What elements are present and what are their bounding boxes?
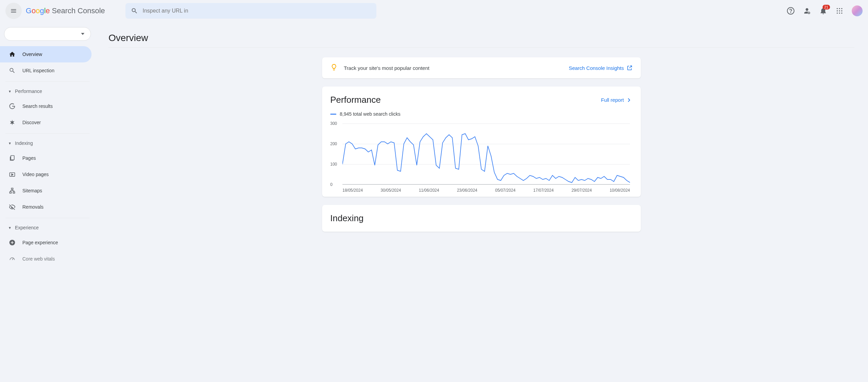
nav-url-inspection[interactable]: URL inspection (0, 62, 92, 79)
performance-chart: 300 200 100 0 18/05/2024 30/05/2024 11/0… (342, 123, 630, 191)
svg-point-7 (839, 10, 840, 11)
svg-rect-15 (10, 192, 12, 193)
nav-core-web-vitals[interactable]: Core web vitals (0, 251, 92, 267)
insights-card: Track your site's most popular content S… (322, 57, 641, 78)
performance-title: Performance (330, 95, 381, 105)
section-experience[interactable]: ▼ Experience (0, 221, 95, 234)
nav-page-experience[interactable]: Page experience (0, 234, 92, 251)
property-selector[interactable] (4, 27, 91, 41)
legend-swatch (330, 114, 336, 115)
svg-point-5 (841, 8, 842, 9)
pages-icon (8, 155, 16, 161)
url-search-bar[interactable] (125, 3, 376, 19)
nav-overview[interactable]: Overview (0, 46, 92, 62)
svg-point-3 (837, 8, 838, 9)
nav-removals[interactable]: Removals (0, 199, 92, 215)
svg-rect-12 (11, 156, 14, 160)
svg-point-1 (791, 13, 791, 13)
sitemap-icon (8, 187, 16, 194)
nav-label: Sitemaps (22, 188, 42, 193)
nav-label: Video pages (22, 172, 49, 177)
nav-label: Discover (22, 120, 41, 125)
open-external-icon (627, 65, 633, 71)
svg-point-11 (841, 13, 842, 14)
user-settings-button[interactable] (800, 4, 814, 18)
y-tick: 200 (330, 141, 337, 146)
hamburger-icon (10, 7, 17, 14)
menu-button[interactable] (5, 3, 22, 19)
eye-off-icon (8, 204, 16, 210)
chart-polyline (342, 123, 630, 185)
y-tick: 100 (330, 162, 337, 167)
person-gear-icon (803, 7, 811, 15)
caret-down-icon: ▼ (8, 90, 13, 93)
nav-discover[interactable]: Discover (0, 114, 92, 131)
svg-rect-14 (12, 188, 13, 190)
nav-label: Removals (22, 204, 43, 210)
nav-label: Page experience (22, 240, 58, 245)
caret-down-icon: ▼ (8, 141, 13, 145)
apps-button[interactable] (833, 4, 846, 18)
x-tick: 05/07/2024 (495, 188, 515, 193)
indexing-card: Indexing (322, 205, 641, 232)
chevron-right-icon (625, 96, 633, 104)
section-indexing[interactable]: ▼ Indexing (0, 136, 95, 150)
x-tick: 30/05/2024 (381, 188, 401, 193)
help-button[interactable] (784, 4, 797, 18)
caret-down-icon: ▼ (8, 226, 13, 230)
performance-card: Performance Full report 8,945 total web … (322, 87, 641, 197)
help-icon (787, 7, 795, 15)
svg-point-2 (808, 12, 810, 14)
nav-pages[interactable]: Pages (0, 150, 92, 166)
chart-legend: 8,945 total web search clicks (330, 111, 633, 117)
svg-rect-16 (13, 192, 15, 193)
nav-label: Core web vitals (22, 256, 55, 262)
svg-point-10 (839, 13, 840, 14)
google-g-icon (8, 103, 16, 110)
nav-label: Pages (22, 155, 36, 161)
section-label: Experience (15, 225, 39, 230)
circle-plus-icon (8, 239, 16, 246)
svg-point-9 (837, 13, 838, 14)
insights-text: Track your site's most popular content (344, 65, 569, 71)
x-axis: 18/05/2024 30/05/2024 11/06/2024 23/06/2… (342, 186, 630, 193)
insights-link[interactable]: Search Console Insights (569, 65, 633, 71)
account-avatar[interactable] (852, 5, 863, 16)
svg-point-4 (839, 8, 840, 9)
notifications-button[interactable]: 21 (816, 4, 830, 18)
nav-label: URL inspection (22, 68, 54, 73)
search-icon (131, 7, 138, 15)
video-icon (8, 171, 16, 178)
nav-label: Overview (22, 52, 42, 57)
main-content: Overview Track your site's most popular … (95, 22, 868, 270)
sidebar: Overview URL inspection ▼ Performance Se… (0, 22, 95, 270)
section-performance[interactable]: ▼ Performance (0, 84, 95, 98)
y-tick: 300 (330, 121, 337, 126)
home-icon (8, 51, 16, 58)
lightbulb-icon (330, 63, 338, 72)
nav-label: Search results (22, 103, 53, 109)
x-tick: 17/07/2024 (533, 188, 554, 193)
svg-point-8 (841, 10, 842, 11)
full-report-link[interactable]: Full report (601, 96, 633, 104)
nav-video-pages[interactable]: Video pages (0, 166, 92, 183)
url-search-input[interactable] (142, 8, 371, 14)
x-tick: 11/06/2024 (419, 188, 439, 193)
nav-sitemaps[interactable]: Sitemaps (0, 183, 92, 199)
apps-grid-icon (836, 7, 843, 14)
app-logo: Google Search Console (26, 6, 105, 15)
magnifier-icon (8, 67, 16, 74)
dropdown-caret-icon (81, 32, 84, 36)
svg-point-6 (837, 10, 838, 11)
asterisk-icon (8, 119, 16, 126)
y-tick: 0 (330, 182, 333, 187)
legend-label: 8,945 total web search clicks (340, 111, 400, 117)
speedometer-icon (8, 255, 16, 262)
x-tick: 10/08/2024 (610, 188, 630, 193)
indexing-title: Indexing (330, 213, 633, 224)
x-tick: 23/06/2024 (457, 188, 477, 193)
section-label: Performance (15, 89, 42, 94)
x-tick: 29/07/2024 (571, 188, 592, 193)
app-name: Search Console (52, 6, 105, 15)
nav-search-results[interactable]: Search results (0, 98, 92, 114)
